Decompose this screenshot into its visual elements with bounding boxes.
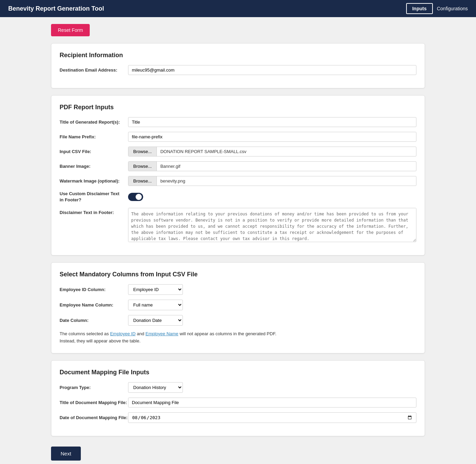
inputs-nav-button[interactable]: Inputs [406,3,433,14]
banner-image-file-group: Browse... Banner.gif [128,161,416,171]
custom-disclaimer-row: Use Custom Disclaimer Textin Footer? [60,191,416,203]
info-line1-suffix: will not appear as columns in the genera… [178,331,276,336]
program-type-label: Program Type: [60,385,128,390]
input-csv-label: Input CSV File: [60,149,128,154]
pdf-report-section: PDF Report Inputs Title of Generated Rep… [51,95,425,255]
program-type-select[interactable]: Donation History Payroll Giving Voluntee… [128,382,183,393]
main-content: Reset Form Recipient Information Destina… [43,17,433,464]
custom-disclaimer-label: Use Custom Disclaimer Textin Footer? [60,191,128,203]
info-line2: Instead, they will appear above the tabl… [60,338,140,343]
pdf-section-title: PDF Report Inputs [60,104,416,111]
employee-id-column-select[interactable]: Employee ID Full name Donation Date Dona… [128,284,183,295]
watermark-label: Watermark Image (optional): [60,178,128,184]
date-column-select[interactable]: Employee ID Full name Donation Date Dona… [128,315,183,326]
date-column-row: Date Column: Employee ID Full name Donat… [60,315,416,326]
program-type-row: Program Type: Donation History Payroll G… [60,382,416,393]
banner-image-label: Banner Image: [60,164,128,169]
banner-image-row: Banner Image: Browse... Banner.gif [60,161,416,171]
title-mapping-input[interactable] [128,398,416,407]
title-mapping-label: Title of Document Mapping File: [60,400,128,405]
custom-disclaimer-toggle-container [128,193,143,201]
info-employee-id-highlight: Employee ID [110,331,135,336]
report-title-row: Title of Generated Report(s): [60,117,416,127]
file-name-prefix-row: File Name Prefix: [60,132,416,142]
info-line1-prefix: The columns selected as [60,331,110,336]
destination-email-input[interactable] [128,65,416,75]
employee-id-column-row: Employee ID Column: Employee ID Full nam… [60,284,416,295]
next-button[interactable]: Next [51,447,81,461]
date-column-label: Date Column: [60,318,128,323]
disclaimer-text-textarea[interactable]: The above information relating to your p… [128,208,416,242]
title-mapping-row: Title of Document Mapping File: [60,398,416,407]
reset-form-button[interactable]: Reset Form [51,24,90,36]
input-csv-row: Input CSV File: Browse... DONATION REPOR… [60,147,416,156]
input-csv-file-group: Browse... DONATION REPORT SAMPLE-SMALL.c… [128,147,416,156]
input-csv-browse-button[interactable]: Browse... [128,147,157,156]
document-mapping-section: Document Mapping File Inputs Program Typ… [51,360,425,436]
configurations-nav-button[interactable]: Configurations [437,6,468,11]
document-mapping-title: Document Mapping File Inputs [60,369,416,376]
file-name-prefix-input[interactable] [128,132,416,142]
watermark-filename: benevity.png [157,176,416,186]
watermark-browse-button[interactable]: Browse... [128,176,157,186]
report-title-input[interactable] [128,117,416,127]
banner-image-filename: Banner.gif [157,162,416,171]
header: Benevity Report Generation Tool Inputs C… [0,0,476,17]
employee-id-column-label: Employee ID Column: [60,287,128,292]
employee-name-column-label: Employee Name Column: [60,302,128,308]
date-mapping-label: Date of Document Mapping File: [60,415,128,420]
recipient-section-title: Recipient Information [60,52,416,59]
banner-image-browse-button[interactable]: Browse... [128,162,157,171]
app-title: Benevity Report Generation Tool [8,5,104,12]
info-line1-mid: and [136,331,146,336]
mandatory-columns-section: Select Mandatory Columns from Input CSV … [51,262,425,353]
date-mapping-row: Date of Document Mapping File: [60,412,416,423]
mandatory-columns-title: Select Mandatory Columns from Input CSV … [60,271,416,278]
employee-name-column-row: Employee Name Column: Employee ID Full n… [60,300,416,310]
date-mapping-input[interactable] [128,412,416,423]
report-title-label: Title of Generated Report(s): [60,120,128,125]
recipient-information-section: Recipient Information Destination Email … [51,43,425,88]
destination-email-label: Destination Email Address: [60,67,128,73]
disclaimer-text-row: Disclaimer Text in Footer: The above inf… [60,208,416,242]
watermark-image-row: Watermark Image (optional): Browse... be… [60,176,416,186]
input-csv-filename: DONATION REPORT SAMPLE-SMALL.csv [157,147,416,156]
file-name-prefix-label: File Name Prefix: [60,134,128,139]
employee-name-column-select[interactable]: Employee ID Full name Donation Date Dona… [128,300,183,310]
destination-email-row: Destination Email Address: [60,65,416,75]
info-employee-name-highlight: Employee Name [146,331,178,336]
custom-disclaimer-toggle[interactable] [128,193,143,201]
watermark-file-group: Browse... benevity.png [128,176,416,186]
header-nav: Inputs Configurations [406,3,468,14]
disclaimer-text-label: Disclaimer Text in Footer: [60,208,128,215]
toggle-slider [128,193,143,201]
column-info-text: The columns selected as Employee ID and … [60,330,416,345]
